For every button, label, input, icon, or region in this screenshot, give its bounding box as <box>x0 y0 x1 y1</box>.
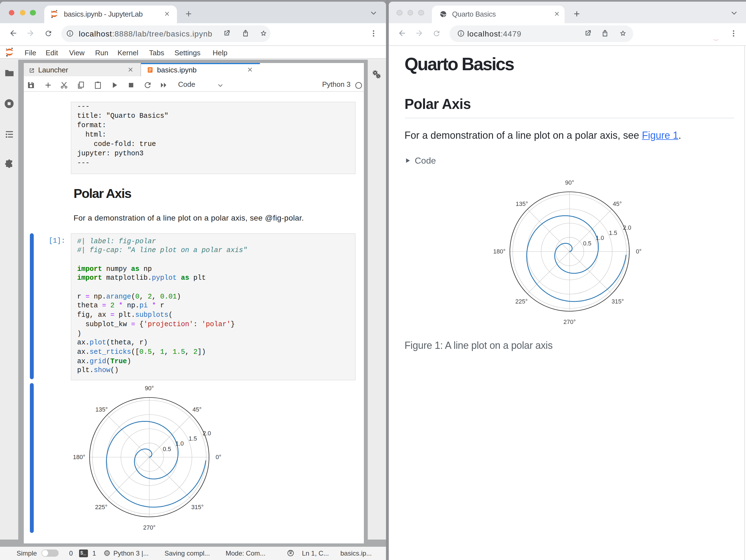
svg-text:90°: 90° <box>145 385 154 392</box>
svg-text:225°: 225° <box>95 504 107 511</box>
svg-text:1.5: 1.5 <box>609 229 617 236</box>
svg-text:180°: 180° <box>73 454 85 461</box>
svg-text:225°: 225° <box>515 298 528 305</box>
svg-text:90°: 90° <box>565 179 574 186</box>
svg-text:0°: 0° <box>636 248 642 255</box>
svg-text:0.5: 0.5 <box>583 240 592 247</box>
svg-text:270°: 270° <box>564 318 576 325</box>
svg-text:0.5: 0.5 <box>163 446 171 453</box>
svg-text:315°: 315° <box>191 504 203 511</box>
svg-text:1.0: 1.0 <box>175 440 183 447</box>
svg-text:45°: 45° <box>193 406 202 413</box>
svg-text:270°: 270° <box>143 524 155 531</box>
svg-text:2.0: 2.0 <box>202 430 211 437</box>
svg-text:1.0: 1.0 <box>596 234 604 241</box>
svg-text:315°: 315° <box>612 298 624 305</box>
svg-text:135°: 135° <box>516 200 528 207</box>
svg-text:45°: 45° <box>613 200 622 207</box>
svg-text:180°: 180° <box>493 248 506 255</box>
svg-text:0°: 0° <box>216 454 221 461</box>
svg-text:2.0: 2.0 <box>623 224 631 231</box>
svg-text:135°: 135° <box>95 406 108 413</box>
svg-text:1.5: 1.5 <box>189 435 197 442</box>
